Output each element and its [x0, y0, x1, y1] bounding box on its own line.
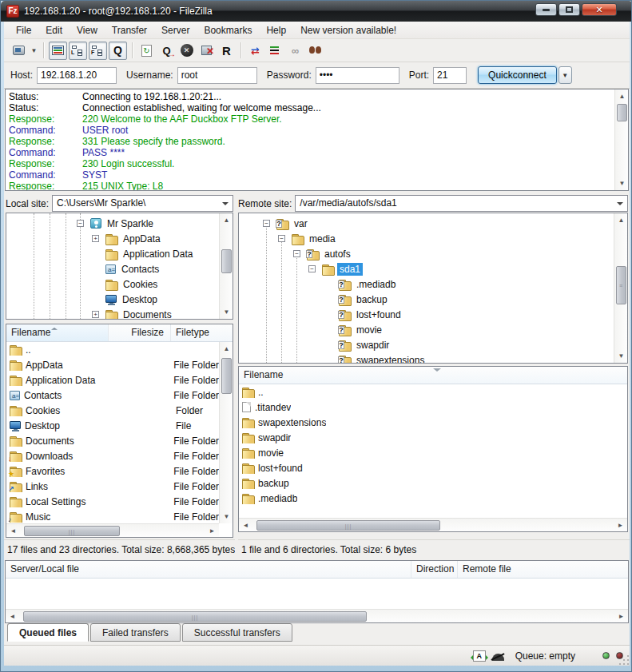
tree-item[interactable]: −media [239, 231, 627, 246]
column-header-filename[interactable]: Filename [6, 324, 109, 341]
username-input[interactable] [177, 67, 257, 84]
scroll-up-arrow[interactable]: ▲ [614, 213, 628, 227]
list-item[interactable]: movie [239, 445, 627, 460]
reconnect-button[interactable]: R [217, 42, 236, 60]
list-item[interactable]: ↗LinksFile Folder [6, 479, 219, 494]
list-item[interactable]: DocumentsFile Folder [6, 433, 219, 448]
scroll-up-arrow[interactable]: ▲ [220, 213, 233, 227]
message-log[interactable]: Status:Connecting to 192.168.1.20:21... … [5, 89, 629, 191]
local-tree[interactable]: −Mr Sparkle +AppData Application Data Co… [6, 213, 233, 320]
refresh-button[interactable]: ↻ [137, 42, 156, 60]
minimize-button[interactable] [535, 3, 557, 16]
tree-item[interactable]: −?var [239, 216, 627, 231]
tab-failed-transfers[interactable]: Failed transfers [90, 623, 181, 642]
list-item[interactable]: ★FavoritesFile Folder [6, 463, 219, 479]
host-input[interactable] [37, 67, 117, 84]
expand-expander[interactable]: + [92, 235, 99, 242]
scrollbar-thumb[interactable]: ||| [23, 611, 367, 622]
list-item[interactable]: Application DataFile Folder [6, 372, 219, 388]
tree-item[interactable]: −?autofs [239, 246, 627, 261]
process-queue-button[interactable]: Q→ [157, 42, 176, 60]
cancel-button[interactable]: ✕ [177, 42, 196, 60]
list-item[interactable]: .mediadb [239, 491, 627, 506]
compare-directories-button[interactable]: ⇄ [246, 42, 264, 60]
transfer-queue[interactable]: Server/Local file Direction Remote file … [5, 560, 629, 623]
tree-item[interactable]: ?swapdir [239, 337, 627, 352]
column-header-filetype[interactable]: Filetype [171, 324, 233, 341]
scrollbar-thumb[interactable]: ||| [256, 520, 440, 531]
list-item[interactable]: .. [6, 342, 219, 357]
search-button[interactable] [306, 42, 324, 60]
list-item[interactable]: Local SettingsFile Folder [6, 494, 219, 509]
log-scrollbar[interactable]: ▲ ▼ [614, 89, 628, 190]
scroll-down-arrow[interactable]: ▼ [220, 305, 233, 319]
scroll-up-arrow[interactable]: ▲ [220, 342, 233, 356]
scrollbar-thumb[interactable]: ≡ [616, 266, 626, 304]
remote-file-list[interactable]: Filename .. .titandev swapextensions swa… [238, 366, 628, 532]
remote-list-hscrollbar[interactable]: ◄ ||| ► [239, 518, 627, 531]
tree-item[interactable]: +Documents [6, 307, 233, 320]
list-item[interactable]: AppDataFile Folder [6, 357, 219, 372]
remote-site-combobox[interactable]: /var/media/autofs/sda1 [295, 195, 628, 212]
collapse-expander[interactable]: − [293, 250, 300, 257]
scroll-right-arrow[interactable]: ► [614, 610, 628, 623]
local-file-list[interactable]: Filename Filesize Filetype .. AppDataFil… [6, 324, 233, 538]
toggle-remote-tree-button[interactable]: F [89, 42, 107, 60]
tree-item[interactable]: Desktop [6, 292, 233, 307]
scrollbar-thumb[interactable]: ||| [24, 526, 120, 536]
remote-tree-scrollbar[interactable]: ▲ ≡ ▼ [614, 213, 627, 363]
list-item[interactable]: lost+found [239, 460, 627, 475]
tree-item[interactable]: −sda1 [239, 261, 627, 276]
resize-grip[interactable] [618, 654, 629, 665]
list-item[interactable]: DesktopFile [6, 418, 219, 433]
column-header-remote-file[interactable]: Remote file [458, 561, 628, 578]
tree-item[interactable]: +AppData [6, 231, 233, 246]
quickconnect-button[interactable]: Quickconnect [478, 66, 557, 84]
tree-item[interactable]: ?lost+found [239, 307, 627, 322]
queue-hscrollbar[interactable]: ◄ ||| ► [6, 609, 628, 622]
tree-item[interactable]: ?swapextensions [239, 352, 627, 364]
collapse-expander[interactable]: − [77, 220, 84, 227]
list-item[interactable]: ContactsFile Folder [6, 388, 219, 403]
scroll-right-arrow[interactable]: ► [205, 524, 219, 538]
collapse-expander[interactable]: − [308, 265, 316, 272]
splitter-collapse-icon[interactable] [433, 368, 441, 375]
local-list-vscrollbar[interactable]: ▲ ▼ [219, 342, 233, 523]
column-header-filesize[interactable]: Filesize [109, 324, 171, 341]
tree-item[interactable]: ?movie [239, 322, 627, 337]
menu-bookmarks[interactable]: Bookmarks [197, 22, 259, 38]
scroll-left-arrow[interactable]: ◄ [6, 524, 20, 538]
tree-item[interactable]: Application Data [6, 246, 233, 261]
list-item[interactable]: ♪MusicFile Folder [6, 509, 219, 523]
scroll-down-arrow[interactable]: ▼ [220, 510, 233, 523]
tab-queued-files[interactable]: Queued files [7, 623, 89, 642]
scroll-right-arrow[interactable]: ► [614, 519, 627, 532]
menu-file[interactable]: File [9, 22, 38, 38]
tree-item[interactable]: ?.mediadb [239, 276, 627, 292]
toggle-message-log-button[interactable] [49, 42, 67, 60]
scroll-up-arrow[interactable]: ▲ [615, 89, 629, 103]
menu-help[interactable]: Help [259, 22, 293, 38]
synchronized-browsing-button[interactable]: ∞ [286, 42, 304, 60]
close-button[interactable]: ✕ [582, 3, 617, 16]
tree-item[interactable]: Contacts [6, 261, 233, 276]
maximize-button[interactable] [558, 3, 580, 16]
column-header-local-file[interactable]: Server/Local file [6, 561, 411, 578]
tree-item[interactable]: ?backup [239, 292, 627, 307]
toggle-local-tree-button[interactable]: L [69, 42, 87, 60]
tab-successful-transfers[interactable]: Successful transfers [182, 623, 292, 642]
site-manager-dropdown[interactable]: ▼ [29, 42, 39, 60]
expand-expander[interactable]: + [92, 311, 99, 318]
menu-transfer[interactable]: Transfer [105, 22, 154, 38]
scroll-left-arrow[interactable]: ◄ [6, 610, 19, 623]
list-item[interactable]: ↓DownloadsFile Folder [6, 448, 219, 463]
local-site-combobox[interactable]: C:\Users\Mr Sparkle\ [52, 195, 233, 212]
menu-edit[interactable]: Edit [38, 22, 70, 38]
scrollbar-thumb[interactable] [221, 358, 232, 394]
list-item[interactable]: .. [239, 384, 627, 400]
site-manager-button[interactable] [10, 42, 28, 60]
scroll-left-arrow[interactable]: ◄ [239, 519, 252, 532]
local-list-hscrollbar[interactable]: ◄ ||| ► [6, 523, 219, 537]
disconnect-button[interactable]: ✕ [197, 42, 216, 60]
menu-server[interactable]: Server [154, 22, 197, 38]
